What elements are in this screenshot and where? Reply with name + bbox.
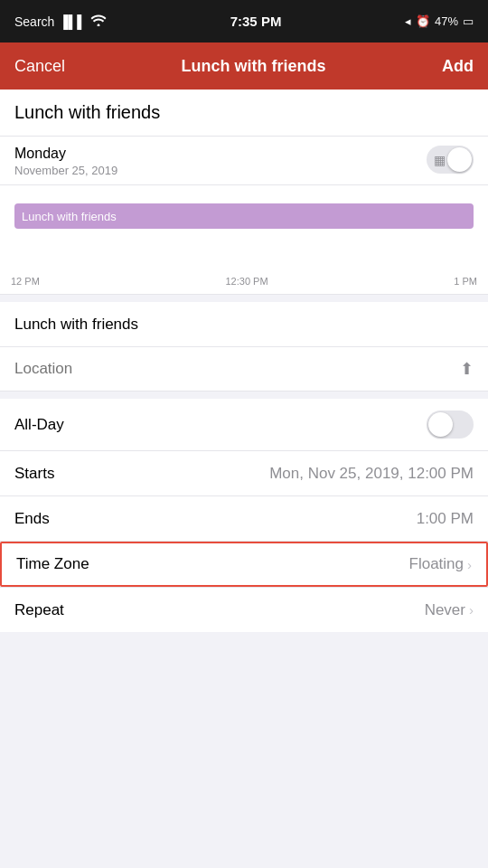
repeat-chevron: › <box>469 602 474 618</box>
event-title-text: Lunch with friends <box>14 102 160 122</box>
location-row[interactable]: ⬆ <box>0 347 488 392</box>
repeat-value: Never <box>425 601 465 619</box>
time-zone-label: Time Zone <box>16 555 107 573</box>
time-label-start: 12 PM <box>11 276 40 287</box>
calendar-toggle[interactable]: ▦ <box>427 146 474 174</box>
repeat-row[interactable]: Repeat Never › <box>0 587 488 632</box>
event-bar-label: Lunch with friends <box>22 210 117 223</box>
nav-title: Lunch with friends <box>182 57 326 76</box>
signal-icon: ▐▌▌ <box>59 14 86 29</box>
time-labels: 12 PM 12:30 PM 1 PM <box>0 276 488 287</box>
status-right: ◂ ⏰ 47% ▭ <box>405 14 474 28</box>
time-zone-row[interactable]: Time Zone Floating › <box>0 542 488 587</box>
all-day-toggle[interactable] <box>427 410 474 439</box>
time-zone-chevron: › <box>467 557 472 572</box>
starts-row[interactable]: Starts Mon, Nov 25, 2019, 12:00 PM <box>0 451 488 496</box>
calendar-header: Monday November 25, 2019 ▦ <box>0 137 488 185</box>
all-day-label: All-Day <box>14 416 105 434</box>
ends-row[interactable]: Ends 1:00 PM <box>0 496 488 542</box>
timeline-area: Lunch with friends 12 PM 12:30 PM 1 PM <box>0 185 488 294</box>
carrier-text: Search <box>14 14 54 29</box>
calendar-day-info: Monday November 25, 2019 <box>14 146 117 177</box>
event-bar: Lunch with friends <box>14 203 474 229</box>
title-field-value[interactable]: Lunch with friends <box>14 316 138 334</box>
title-field-row: Lunch with friends <box>0 302 488 347</box>
ends-label: Ends <box>14 510 105 528</box>
separator-1 <box>0 295 488 302</box>
date-full: November 25, 2019 <box>14 164 117 177</box>
time-label-end: 1 PM <box>454 276 477 287</box>
battery-text: 47% <box>435 14 458 28</box>
datetime-section: All-Day Starts Mon, Nov 25, 2019, 12:00 … <box>0 399 488 587</box>
calendar-icon: ▦ <box>434 153 446 167</box>
status-left: Search ▐▌▌ <box>14 14 107 29</box>
title-location-section: Lunch with friends ⬆ <box>0 302 488 392</box>
all-day-row: All-Day <box>0 399 488 451</box>
status-time: 7:35 PM <box>230 14 282 29</box>
location-icon: ◂ <box>405 14 411 28</box>
time-zone-value: Floating <box>409 555 464 573</box>
battery-icon: ▭ <box>463 14 474 28</box>
status-bar: Search ▐▌▌ 7:35 PM ◂ ⏰ 47% ▭ <box>0 0 488 42</box>
event-title-display: Lunch with friends <box>0 90 488 137</box>
day-name: Monday <box>14 146 117 162</box>
alarm-icon: ⏰ <box>416 14 430 28</box>
location-input[interactable] <box>14 360 453 378</box>
ends-value: 1:00 PM <box>417 510 474 528</box>
calendar-preview: Monday November 25, 2019 ▦ Lunch with fr… <box>0 137 488 295</box>
separator-2 <box>0 392 488 399</box>
starts-value: Mon, Nov 25, 2019, 12:00 PM <box>269 465 474 483</box>
location-arrow-icon: ⬆ <box>460 359 474 379</box>
time-label-mid: 12:30 PM <box>226 276 268 287</box>
cancel-button[interactable]: Cancel <box>14 50 65 83</box>
starts-label: Starts <box>14 465 105 483</box>
wifi-icon <box>90 14 107 29</box>
nav-bar: Cancel Lunch with friends Add <box>0 42 488 90</box>
repeat-label: Repeat <box>14 601 105 619</box>
add-button[interactable]: Add <box>442 50 474 83</box>
